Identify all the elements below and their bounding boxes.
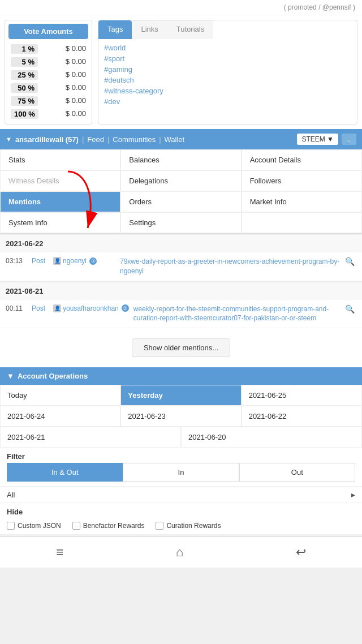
hide-item-curation-rewards: Curation Rewards (156, 522, 221, 530)
user-badge-1: ① (89, 257, 97, 265)
bottom-nav: ≡ ⌂ ↩ (0, 536, 362, 568)
menu-grid: Stats Balances Account Details Witness D… (0, 149, 362, 234)
ops-d5[interactable]: 2021-06-21 (0, 427, 181, 448)
user-badge-2: ② (122, 304, 129, 312)
search-icon-1[interactable]: 🔍 (345, 257, 356, 266)
all-select-label: All (7, 491, 15, 499)
menu-empty (242, 212, 362, 233)
nav-sep1: | (82, 135, 84, 144)
nav-communities[interactable]: Communities (113, 135, 156, 144)
tab-links[interactable]: Links (132, 20, 167, 39)
mention-type-2: Post (32, 304, 49, 312)
promoted-bar: ( promoted / @pennsif ) (0, 0, 362, 15)
nav-feed[interactable]: Feed (87, 135, 104, 144)
all-select-chevron[interactable]: ▸ (351, 490, 355, 499)
menu-account-details[interactable]: Account Details (242, 149, 362, 170)
menu-orders[interactable]: Orders (120, 191, 241, 212)
checkbox-benefactor-rewards[interactable] (72, 522, 80, 530)
ops-date-row2: 2021-06-24 2021-06-23 2021-06-22 (0, 406, 362, 427)
menu-balances[interactable]: Balances (120, 149, 241, 170)
date-header-1: 2021-06-22 (0, 234, 362, 252)
filter-in-out[interactable]: In & Out (7, 463, 123, 482)
tag-gaming[interactable]: #gaming (104, 64, 351, 75)
tags-panel: Tags Links Tutorials #world #sport #gami… (98, 20, 357, 124)
menu-mentions[interactable]: Mentions (0, 191, 120, 212)
tag-deutsch[interactable]: #deutsch (104, 75, 351, 85)
more-button[interactable]: ... (342, 134, 356, 145)
mention-link-2[interactable]: weekly-report-for-the-steemit-communitie… (133, 304, 341, 324)
vote-row-5pct: 5 % $ 0.00 (8, 55, 88, 68)
tab-tutorials[interactable]: Tutorials (167, 20, 213, 39)
tag-witness-category[interactable]: #witness-category (104, 85, 351, 96)
checkbox-curation-rewards[interactable] (156, 522, 163, 530)
menu-stats[interactable]: Stats (0, 149, 120, 170)
show-older-container: Show older mentions... (0, 328, 362, 367)
hide-custom-json-label: Custom JSON (18, 522, 61, 530)
nav-chevron[interactable]: ▼ (6, 136, 12, 143)
filter-in[interactable]: In (123, 463, 239, 482)
vote-amounts-panel: Vote Amounts 1 % $ 0.00 5 % $ 0.00 25 % … (5, 20, 92, 124)
tags-content: #world #sport #gaming #deutsch #witness-… (98, 39, 357, 110)
mention-row-2: 00:11 Post 👤 yousafharoonkhan ② weekly-r… (0, 300, 362, 329)
bottom-nav-menu-icon[interactable]: ≡ (56, 545, 63, 560)
top-section: Vote Amounts 1 % $ 0.00 5 % $ 0.00 25 % … (0, 15, 362, 129)
hide-item-custom-json: Custom JSON (7, 522, 61, 530)
search-icon-2[interactable]: 🔍 (345, 304, 356, 314)
tags-tabs: Tags Links Tutorials (98, 20, 357, 39)
ops-d1[interactable]: 2021-06-25 (242, 385, 362, 406)
hide-label: Hide (0, 503, 362, 518)
hide-benefactor-rewards-label: Benefactor Rewards (83, 522, 145, 530)
menu-followers[interactable]: Followers (242, 170, 362, 191)
tag-world[interactable]: #world (104, 42, 351, 53)
vote-amounts-header: Vote Amounts (8, 24, 88, 39)
account-operations-header: ▼ Account Operations (0, 367, 362, 385)
filter-buttons: In & Out In Out (0, 463, 362, 486)
filter-out[interactable]: Out (239, 463, 355, 482)
vote-row-1pct: 1 % $ 0.00 (8, 42, 88, 55)
nav-username[interactable]: ansardillewali (57) (15, 135, 79, 144)
hide-row: Custom JSON Benefactor Rewards Curation … (0, 518, 362, 534)
menu-market-info[interactable]: Market Info (242, 191, 362, 212)
vote-row-100pct: 100 % $ 0.00 (8, 108, 88, 121)
nav-sep3: | (159, 135, 161, 144)
account-ops-title: Account Operations (18, 372, 88, 380)
ops-date-row1: Today Yesterday 2021-06-25 (0, 385, 362, 406)
tag-dev[interactable]: #dev (104, 96, 351, 107)
ops-today[interactable]: Today (0, 385, 120, 406)
nav-wallet[interactable]: Wallet (165, 135, 185, 144)
ops-d4[interactable]: 2021-06-22 (242, 406, 362, 427)
bottom-nav-home-icon[interactable]: ⌂ (176, 545, 183, 560)
ops-d2[interactable]: 2021-06-24 (0, 406, 120, 427)
vote-row-25pct: 25 % $ 0.00 (8, 68, 88, 81)
menu-witness-details[interactable]: Witness Details (0, 170, 120, 191)
tag-sport[interactable]: #sport (104, 53, 351, 64)
mention-user-2[interactable]: 👤 yousafharoonkhan ② (53, 304, 129, 312)
ops-d3[interactable]: 2021-06-23 (120, 406, 241, 427)
mention-row-1: 03:13 Post 👤 ngoenyi ① 79xwe-daily-repor… (0, 252, 362, 281)
nav-sep2: | (107, 135, 109, 144)
ops-date-row3: 2021-06-21 2021-06-20 (0, 427, 362, 448)
mention-user-1[interactable]: 👤 ngoenyi ① (53, 257, 115, 265)
user-icon-2: 👤 (53, 304, 61, 312)
account-ops-chevron[interactable]: ▼ (7, 372, 14, 380)
bottom-nav-back-icon[interactable]: ↩ (296, 545, 306, 560)
menu-settings[interactable]: Settings (120, 212, 241, 233)
steem-button[interactable]: STEEM ▼ (297, 134, 338, 145)
checkbox-custom-json[interactable] (7, 522, 15, 530)
ops-yesterday[interactable]: Yesterday (120, 385, 241, 406)
tab-tags[interactable]: Tags (98, 20, 132, 39)
vote-row-50pct: 50 % $ 0.00 (8, 81, 88, 95)
show-older-button[interactable]: Show older mentions... (132, 338, 230, 357)
menu-system-info[interactable]: System Info (0, 212, 120, 233)
ops-d6[interactable]: 2021-06-20 (181, 427, 362, 448)
all-select-row: All ▸ (0, 486, 362, 503)
mention-time-2: 00:11 (6, 304, 27, 312)
hide-curation-rewards-label: Curation Rewards (166, 522, 221, 530)
user-icon-1: 👤 (53, 257, 61, 265)
menu-delegations[interactable]: Delegations (120, 170, 241, 191)
mention-link-1[interactable]: 79xwe-daily-report-as-a-greeter-in-newco… (120, 257, 341, 276)
nav-bar: ▼ ansardillewali (57) | Feed | Communiti… (0, 129, 362, 149)
promoted-text: ( promoted / @pennsif ) (284, 3, 355, 11)
vote-row-75pct: 75 % $ 0.00 (8, 95, 88, 108)
filter-label: Filter (0, 448, 362, 463)
